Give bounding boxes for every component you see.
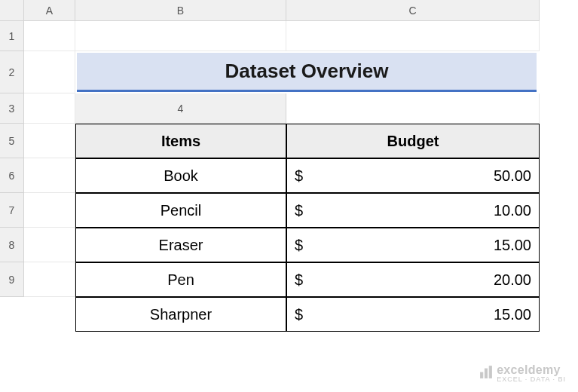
currency-symbol: $ bbox=[295, 167, 303, 185]
cell-a8[interactable] bbox=[24, 228, 75, 262]
row-header-1[interactable]: 1 bbox=[0, 21, 24, 51]
table-cell-item[interactable]: Sharpner bbox=[75, 297, 286, 332]
watermark-subtitle: EXCEL · DATA · BI bbox=[497, 375, 566, 383]
title-banner[interactable]: Dataset Overview bbox=[77, 53, 537, 92]
cell-a2[interactable] bbox=[24, 51, 75, 93]
cell-a5[interactable] bbox=[24, 124, 75, 158]
row-header-7[interactable]: 7 bbox=[0, 193, 24, 228]
table-cell-budget[interactable]: $ 15.00 bbox=[286, 228, 540, 262]
row-header-9[interactable]: 9 bbox=[0, 262, 24, 297]
cell-a1[interactable] bbox=[24, 21, 75, 51]
table-cell-item[interactable]: Eraser bbox=[75, 228, 286, 262]
amount-value: 10.00 bbox=[494, 202, 531, 219]
cell-a3[interactable] bbox=[24, 93, 75, 124]
svg-rect-2 bbox=[489, 366, 491, 378]
svg-rect-1 bbox=[485, 369, 487, 378]
bar-chart-icon bbox=[479, 365, 494, 382]
amount-value: 15.00 bbox=[494, 237, 531, 254]
table-cell-budget[interactable]: $ 10.00 bbox=[286, 193, 540, 228]
select-all-corner[interactable] bbox=[0, 0, 24, 21]
table-cell-item[interactable]: Pencil bbox=[75, 193, 286, 228]
svg-rect-0 bbox=[481, 372, 483, 378]
table-header-items[interactable]: Items bbox=[75, 124, 286, 158]
watermark-text: exceldemy EXCEL · DATA · BI bbox=[497, 363, 566, 383]
amount-value: 20.00 bbox=[494, 271, 531, 289]
watermark-title: exceldemy bbox=[497, 363, 561, 376]
col-header-c[interactable]: C bbox=[286, 0, 540, 21]
data-table: Items Budget Book $ 50.00 Pencil $ 10.00… bbox=[75, 124, 540, 332]
table-header-budget[interactable]: Budget bbox=[286, 124, 540, 158]
row-header-3[interactable]: 3 bbox=[0, 93, 24, 124]
cell-a7[interactable] bbox=[24, 193, 75, 228]
cell-a6[interactable] bbox=[24, 158, 75, 193]
row-header-2[interactable]: 2 bbox=[0, 51, 24, 93]
currency-symbol: $ bbox=[295, 271, 303, 289]
cell-c1[interactable] bbox=[286, 21, 540, 51]
row-header-4[interactable]: 4 bbox=[75, 93, 286, 124]
watermark: exceldemy EXCEL · DATA · BI bbox=[479, 363, 566, 383]
row-header-8[interactable]: 8 bbox=[0, 228, 24, 262]
table-cell-budget[interactable]: $ 15.00 bbox=[286, 297, 540, 332]
cell-a9[interactable] bbox=[24, 262, 75, 297]
currency-symbol: $ bbox=[295, 306, 303, 323]
col-header-a[interactable]: A bbox=[24, 0, 75, 21]
cell-b1[interactable] bbox=[75, 21, 286, 51]
table-cell-item[interactable]: Book bbox=[75, 158, 286, 193]
table-cell-item[interactable]: Pen bbox=[75, 262, 286, 297]
spreadsheet-grid: A B C 1 2 Dataset Overview 3 4 Items Bud… bbox=[0, 0, 578, 332]
table-cell-budget[interactable]: $ 50.00 bbox=[286, 158, 540, 193]
amount-value: 50.00 bbox=[494, 167, 531, 185]
row-header-5[interactable]: 5 bbox=[0, 124, 24, 158]
cell-a4[interactable] bbox=[286, 93, 540, 124]
currency-symbol: $ bbox=[295, 202, 303, 219]
amount-value: 15.00 bbox=[494, 306, 531, 323]
col-header-b[interactable]: B bbox=[75, 0, 286, 21]
table-cell-budget[interactable]: $ 20.00 bbox=[286, 262, 540, 297]
row-header-6[interactable]: 6 bbox=[0, 158, 24, 193]
currency-symbol: $ bbox=[295, 237, 303, 254]
